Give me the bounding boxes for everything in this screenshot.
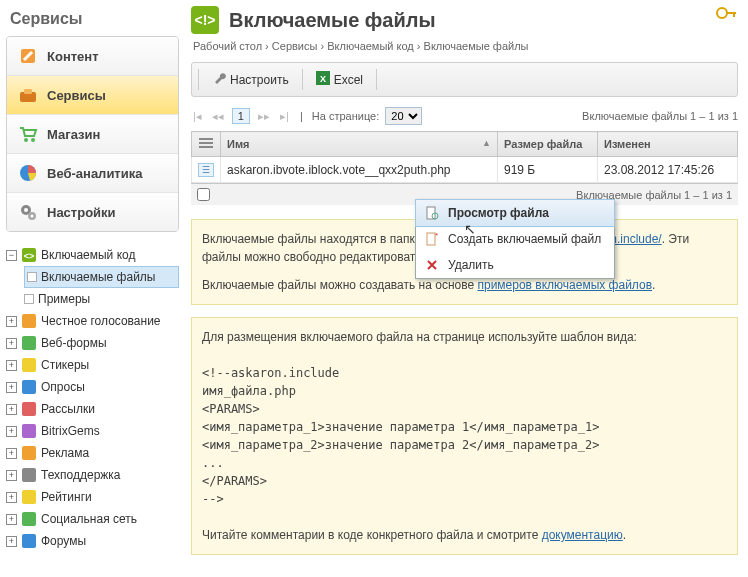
tree-node[interactable]: +Техподдержка bbox=[6, 464, 179, 486]
breadcrumb-link[interactable]: Сервисы bbox=[272, 40, 318, 52]
svg-rect-19 bbox=[22, 468, 36, 482]
big-item-content[interactable]: Контент bbox=[7, 37, 178, 76]
code-line: </PARAMS> bbox=[202, 472, 727, 490]
tree-node[interactable]: +Форумы bbox=[6, 530, 179, 552]
tree-node[interactable]: +Веб-формы bbox=[6, 332, 179, 354]
key-icon[interactable] bbox=[716, 6, 738, 23]
collapse-icon[interactable]: − bbox=[6, 250, 17, 261]
toolbox-icon bbox=[17, 84, 39, 106]
pager-current: 1 bbox=[232, 108, 250, 124]
tree-node[interactable]: +Опросы bbox=[6, 376, 179, 398]
col-size[interactable]: Размер файла bbox=[498, 132, 598, 157]
code-box: Для размещения включаемого файла на стра… bbox=[191, 317, 738, 555]
tree-node[interactable]: +Реклама bbox=[6, 442, 179, 464]
svg-rect-25 bbox=[733, 12, 735, 17]
code-line: <PARAMS> bbox=[202, 400, 727, 418]
pager-top: |◂ ◂◂ 1 ▸▸ ▸| | На странице: 20 Включаем… bbox=[191, 107, 738, 125]
info-text: . bbox=[652, 278, 655, 292]
tree-node-label: Реклама bbox=[41, 443, 89, 463]
tree-node[interactable]: +Социальная сеть bbox=[6, 508, 179, 530]
svg-rect-30 bbox=[199, 146, 213, 148]
big-item-settings[interactable]: Настройки bbox=[7, 193, 178, 231]
ctx-create-file[interactable]: * Создать включаемый файл bbox=[416, 226, 614, 252]
svg-point-3 bbox=[24, 138, 28, 142]
expand-icon[interactable]: + bbox=[6, 360, 17, 371]
info-link-examples[interactable]: примеров включаемых файлов bbox=[477, 278, 652, 292]
breadcrumb-link[interactable]: Рабочий стол bbox=[193, 40, 262, 52]
expand-icon[interactable]: + bbox=[6, 448, 17, 459]
sort-asc-icon: ▲ bbox=[482, 138, 491, 148]
expand-icon[interactable]: + bbox=[6, 316, 17, 327]
pager-last[interactable]: ▸| bbox=[278, 110, 291, 123]
cell-name: askaron.ibvote.iblock.vote__qxx2puth.php bbox=[221, 157, 498, 183]
big-item-label: Сервисы bbox=[47, 88, 106, 103]
tree-node-label: Техподдержка bbox=[41, 465, 121, 485]
excel-icon: X bbox=[316, 71, 330, 88]
tree-node[interactable]: +Честное голосование bbox=[6, 310, 179, 332]
tree-node[interactable]: +BitrixGems bbox=[6, 420, 179, 442]
expand-icon[interactable]: + bbox=[6, 536, 17, 547]
svg-point-23 bbox=[717, 8, 727, 18]
tree-leaf-examples[interactable]: Примеры bbox=[24, 288, 179, 310]
ctx-view-file[interactable]: Просмотр файла bbox=[415, 199, 615, 227]
col-name[interactable]: Имя▲ bbox=[221, 132, 498, 157]
page-title: Включаемые файлы bbox=[229, 9, 436, 32]
breadcrumb-link[interactable]: Включаемый код bbox=[327, 40, 414, 52]
big-item-services[interactable]: Сервисы bbox=[7, 76, 178, 115]
tree-node-label: Рейтинги bbox=[41, 487, 92, 507]
tree-node-include-code[interactable]: − <> Включаемый код bbox=[6, 244, 179, 266]
sidebar-title: Сервисы bbox=[6, 6, 179, 36]
big-item-label: Контент bbox=[47, 49, 99, 64]
configure-button[interactable]: Настроить bbox=[205, 67, 296, 92]
module-icon bbox=[21, 335, 37, 351]
expand-icon[interactable]: + bbox=[6, 426, 17, 437]
big-item-analytics[interactable]: Веб-аналитика bbox=[7, 154, 178, 193]
per-page-select[interactable]: 20 bbox=[385, 107, 422, 125]
pager-next[interactable]: ▸▸ bbox=[256, 110, 272, 123]
svg-rect-21 bbox=[22, 512, 36, 526]
excel-button[interactable]: X Excel bbox=[309, 67, 370, 92]
ctx-delete[interactable]: Удалить bbox=[416, 252, 614, 278]
code-outro: Читайте комментарии в коде конкретного ф… bbox=[202, 528, 542, 542]
tree-node-label: BitrixGems bbox=[41, 421, 100, 441]
svg-rect-33 bbox=[427, 233, 435, 245]
tree: − <> Включаемый код Включаемые файлы При… bbox=[6, 244, 179, 552]
select-all-checkbox[interactable] bbox=[197, 188, 210, 201]
svg-point-9 bbox=[31, 215, 34, 218]
big-item-shop[interactable]: Магазин bbox=[7, 115, 178, 154]
svg-rect-12 bbox=[22, 314, 36, 328]
pencil-icon bbox=[17, 45, 39, 67]
svg-text:X: X bbox=[320, 74, 326, 84]
expand-icon[interactable]: + bbox=[6, 470, 17, 481]
bullet-icon bbox=[27, 272, 37, 282]
breadcrumb: Рабочий стол › Сервисы › Включаемый код … bbox=[193, 40, 738, 52]
pager-prev[interactable]: ◂◂ bbox=[210, 110, 226, 123]
row-menu-button[interactable]: ☰ bbox=[198, 163, 214, 177]
tree-leaf-label: Включаемые файлы bbox=[41, 267, 156, 287]
tree-leaf-included-files[interactable]: Включаемые файлы bbox=[24, 266, 179, 288]
tree-node[interactable]: +Рейтинги bbox=[6, 486, 179, 508]
docs-link[interactable]: документацию bbox=[542, 528, 623, 542]
expand-icon[interactable]: + bbox=[6, 382, 17, 393]
code-line: имя_файла.php bbox=[202, 382, 727, 400]
svg-rect-14 bbox=[22, 358, 36, 372]
expand-icon[interactable]: + bbox=[6, 514, 17, 525]
table-row[interactable]: ☰ askaron.ibvote.iblock.vote__qxx2puth.p… bbox=[192, 157, 738, 183]
svg-rect-15 bbox=[22, 380, 36, 394]
tree-node[interactable]: +Рассылки bbox=[6, 398, 179, 420]
tree-node-label: Опросы bbox=[41, 377, 85, 397]
col-modified[interactable]: Изменен bbox=[598, 132, 738, 157]
module-icon bbox=[21, 511, 37, 527]
expand-icon[interactable]: + bbox=[6, 338, 17, 349]
big-item-label: Магазин bbox=[47, 127, 100, 142]
module-icon bbox=[21, 313, 37, 329]
context-menu: Просмотр файла * Создать включаемый файл… bbox=[415, 199, 615, 279]
button-label: Настроить bbox=[230, 73, 289, 87]
big-menu: Контент Сервисы Магазин Веб-аналитика bbox=[6, 36, 179, 232]
col-action[interactable] bbox=[192, 132, 221, 157]
pager-first[interactable]: |◂ bbox=[191, 110, 204, 123]
expand-icon[interactable]: + bbox=[6, 404, 17, 415]
tree-node[interactable]: +Стикеры bbox=[6, 354, 179, 376]
file-search-icon bbox=[424, 205, 440, 221]
expand-icon[interactable]: + bbox=[6, 492, 17, 503]
